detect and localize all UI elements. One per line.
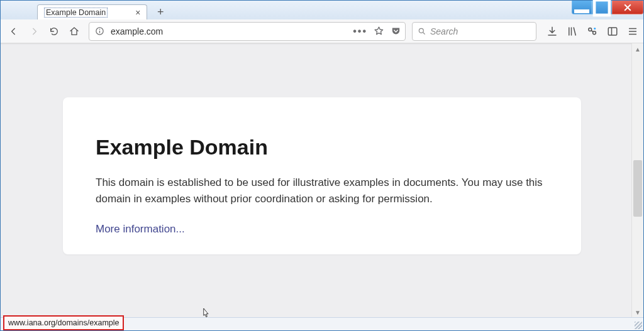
- window-maximize-button[interactable]: [592, 1, 612, 14]
- titlebar: Example Domain × +: [1, 1, 643, 20]
- library-icon[interactable]: [567, 26, 578, 37]
- tab-title: Example Domain: [44, 8, 108, 18]
- home-button[interactable]: [69, 26, 80, 37]
- back-button[interactable]: [8, 26, 19, 37]
- svg-line-8: [423, 32, 425, 34]
- tab-close-icon[interactable]: ×: [135, 8, 140, 18]
- status-bar: www.iana.org/domains/example: [1, 317, 643, 330]
- sidebar-icon[interactable]: [607, 26, 618, 37]
- pocket-icon[interactable]: [391, 26, 401, 36]
- site-info-icon[interactable]: [94, 26, 104, 36]
- downloads-icon[interactable]: [547, 26, 558, 37]
- svg-rect-12: [608, 28, 617, 35]
- reload-button[interactable]: [48, 26, 60, 37]
- bookmark-star-icon[interactable]: [374, 26, 384, 36]
- scroll-thumb[interactable]: [633, 160, 642, 217]
- window-minimize-button[interactable]: [572, 1, 592, 14]
- resize-grip-icon[interactable]: [635, 322, 642, 329]
- scroll-up-icon[interactable]: ▲: [632, 43, 643, 55]
- more-information-link[interactable]: More information...: [96, 223, 185, 235]
- menu-icon[interactable]: [627, 26, 638, 37]
- search-placeholder: Search: [430, 26, 458, 36]
- url-bar[interactable]: •••: [89, 22, 406, 41]
- nav-buttons: [6, 26, 82, 37]
- search-icon: [418, 27, 426, 36]
- window-controls: [572, 1, 643, 14]
- address-input[interactable]: [109, 26, 353, 37]
- toolbar-right: [543, 26, 638, 37]
- new-tab-button[interactable]: +: [152, 4, 169, 19]
- forward-button[interactable]: [28, 26, 40, 37]
- svg-point-7: [419, 28, 423, 33]
- tab-active[interactable]: Example Domain ×: [37, 4, 147, 19]
- tab-strip: Example Domain × +: [37, 1, 169, 19]
- status-link-preview: www.iana.org/domains/example: [3, 315, 124, 330]
- svg-point-11: [594, 28, 596, 30]
- scroll-down-icon[interactable]: ▼: [632, 307, 643, 318]
- search-bar[interactable]: Search: [412, 22, 536, 41]
- window-close-button[interactable]: [612, 1, 643, 14]
- svg-point-6: [99, 29, 100, 30]
- toolbar: ••• Search: [1, 19, 643, 43]
- page-heading: Example Domain: [96, 135, 548, 160]
- page-viewport: Example Domain This domain is establishe…: [1, 43, 643, 318]
- vertical-scrollbar[interactable]: ▲ ▼: [631, 43, 643, 318]
- svg-rect-1: [594, 0, 609, 15]
- browser-window: Example Domain × +: [0, 0, 644, 331]
- page-actions-icon[interactable]: •••: [353, 26, 367, 37]
- page-content: Example Domain This domain is establishe…: [63, 97, 581, 254]
- screenshot-icon[interactable]: [587, 26, 598, 37]
- page-paragraph: This domain is established to be used fo…: [96, 175, 548, 207]
